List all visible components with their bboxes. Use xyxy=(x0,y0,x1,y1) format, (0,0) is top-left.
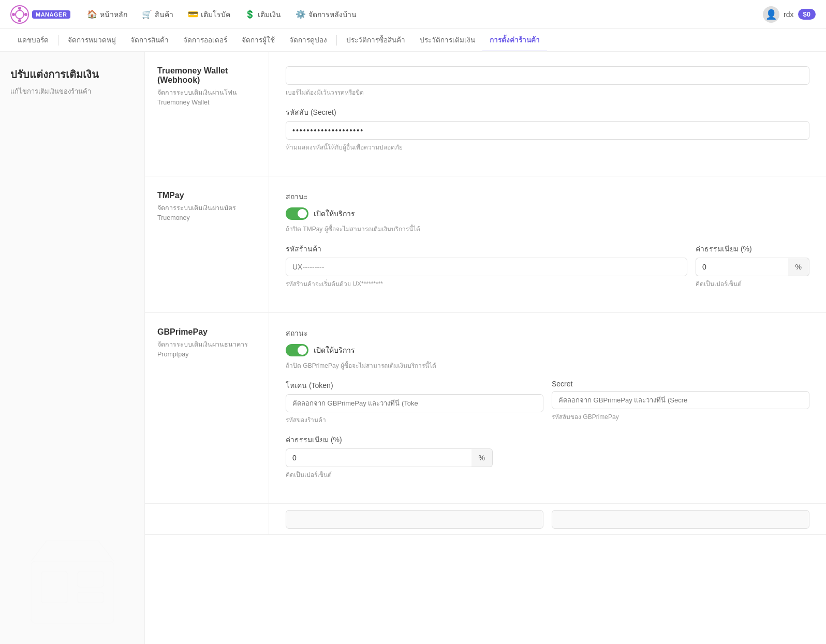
tmpay-toggle-text: เปิดให้บริการ xyxy=(314,208,355,219)
svg-rect-8 xyxy=(78,572,104,587)
sub-nav-store-settings[interactable]: การตั้งค่าร้านค้า xyxy=(482,29,547,52)
tmpay-section: TMPay จัดการระบบเติมเงินผ่านบัตร Truemon… xyxy=(145,176,826,313)
truemoney-section: Truemoney Wallet (Webhook) จัดการระบบเติ… xyxy=(145,52,826,176)
sub-nav-dashboard[interactable]: แดชบอร์ด xyxy=(10,29,56,52)
tmpay-toggle-row: เปิดให้บริการ xyxy=(286,207,809,220)
avatar-icon: 👤 xyxy=(765,9,777,20)
svg-point-1 xyxy=(16,10,24,19)
nav-topup-label: เติมเงิน xyxy=(258,9,281,20)
nav-home[interactable]: 🏠 หน้าหลัก xyxy=(81,6,134,23)
tmpay-toggle-hint: ถ้าปิด TMPay ผู้ซื้อจะไม่สามารถเติมเงินบ… xyxy=(286,224,809,234)
svg-point-4 xyxy=(12,13,15,16)
tmpay-shop-code-hint: รหัสร้านค้าจะเริ่มต้นด้วย UX********* xyxy=(286,279,687,289)
tmpay-fee-input-group: % xyxy=(696,258,809,276)
tmpay-shop-code-input[interactable] xyxy=(286,258,687,276)
gbprimepay-section-right: สถานะ เปิดให้บริการ ถ้าปิด GBPrimePay ผู… xyxy=(269,313,826,503)
gbprimepay-token-input[interactable] xyxy=(286,394,543,412)
svg-point-3 xyxy=(18,19,21,22)
settings-icon: ⚙️ xyxy=(296,9,306,19)
gbprimepay-secret-input[interactable] xyxy=(552,391,809,409)
products-icon: 🛒 xyxy=(142,9,152,19)
gbprimepay-status-label: สถานะ xyxy=(286,327,809,339)
tmpay-fields-row: รหัสร้านค้า รหัสร้านค้าจะเริ่มต้นด้วย UX… xyxy=(286,243,809,289)
top-nav: MANAGER 🏠 หน้าหลัก 🛒 สินค้า 💳 เติมโรบัค … xyxy=(0,0,826,29)
truemoney-section-right: เบอร์ไม่ต้องมีเว้นวรรคหรือขีด รหัสลับ (S… xyxy=(269,52,826,176)
sidebar-title: ปรับแต่งการเติมเงิน xyxy=(10,66,134,83)
truemoney-title: Truemoney Wallet (Webhook) xyxy=(157,66,256,85)
sidebar-subtitle: แก้ไขการเติมเงินของร้านค้า xyxy=(10,86,134,97)
truemoney-secret-label: รหัสลับ (Secret) xyxy=(286,107,809,118)
tmpay-status-group: สถานะ เปิดให้บริการ ถ้าปิด TMPay ผู้ซื้อ… xyxy=(286,191,809,234)
svg-rect-9 xyxy=(78,592,104,603)
user-name: rdx xyxy=(784,10,793,19)
tmpay-section-left: TMPay จัดการระบบเติมเงินผ่านบัตร Truemon… xyxy=(145,176,269,312)
tmpay-status-label: สถานะ xyxy=(286,191,809,202)
sub-nav-manage-products[interactable]: จัดการสินค้า xyxy=(123,29,176,52)
user-area: 👤 rdx $0 xyxy=(763,6,816,23)
truemoney-phone-input[interactable] xyxy=(286,66,809,85)
gbprimepay-title: GBPrimePay xyxy=(157,327,256,337)
nav-topup-code[interactable]: 💳 เติมโรบัค xyxy=(182,6,237,23)
more-input-2 xyxy=(552,510,809,529)
nav-products[interactable]: 🛒 สินค้า xyxy=(136,6,180,23)
gbprimepay-token-hint: รหัสของร้านค้า xyxy=(286,415,543,425)
nav-products-label: สินค้า xyxy=(155,9,173,20)
gbprimepay-token-label: โทเคน (Token) xyxy=(286,380,543,391)
sub-nav-orders[interactable]: จัดการออเดอร์ xyxy=(176,29,234,52)
tmpay-title: TMPay xyxy=(157,191,256,200)
svg-line-11 xyxy=(98,541,114,561)
gbprimepay-fee-hint: คิดเป็นเปอร์เซ็นต์ xyxy=(286,470,809,480)
gbprimepay-desc: จัดการระบบเติมเงินผ่านธนาคาร Promptpay xyxy=(157,340,256,360)
topup-icon: 💲 xyxy=(245,9,255,19)
gbprimepay-fee-input[interactable] xyxy=(286,448,471,467)
tmpay-shop-code-label: รหัสร้านค้า xyxy=(286,243,687,254)
svg-rect-7 xyxy=(41,572,67,603)
nav-topup[interactable]: 💲 เติมเงิน xyxy=(239,6,287,23)
gbprimepay-fee-suffix: % xyxy=(471,448,493,467)
sub-nav-category[interactable]: จัดการหมวดหมู่ xyxy=(61,29,123,52)
gbprimepay-section: GBPrimePay จัดการระบบเติมเงินผ่านธนาคาร … xyxy=(145,313,826,504)
home-icon: 🏠 xyxy=(87,9,97,19)
gbprimepay-fee-input-group: % xyxy=(286,448,493,467)
sub-nav: แดชบอร์ด จัดการหมวดหมู่ จัดการสินค้า จัด… xyxy=(0,29,826,52)
truemoney-section-left: Truemoney Wallet (Webhook) จัดการระบบเติ… xyxy=(145,52,269,176)
sub-nav-divider-2 xyxy=(336,35,337,46)
sub-nav-topup-history[interactable]: ประวัติการเติมเงิน xyxy=(412,29,482,52)
sub-nav-purchase-history[interactable]: ประวัติการซื้อสินค้า xyxy=(339,29,412,52)
more-section-left xyxy=(145,504,269,534)
sub-nav-coupons[interactable]: จัดการคูปอง xyxy=(282,29,334,52)
svg-point-5 xyxy=(24,13,27,16)
tmpay-toggle[interactable] xyxy=(286,207,308,220)
tmpay-fee-col: ค่าธรรมเนียม (%) % คิดเป็นเปอร์เซ็นต์ xyxy=(696,243,809,289)
page-layout: ปรับแต่งการเติมเงิน แก้ไขการเติมเงินของร… xyxy=(0,52,826,644)
sub-nav-users[interactable]: จัดการผู้ใช้ xyxy=(234,29,282,52)
more-section-right xyxy=(269,504,826,534)
topup-code-icon: 💳 xyxy=(188,9,198,19)
tmpay-desc: จัดการระบบเติมเงินผ่านบัตร Truemoney xyxy=(157,203,256,223)
gbprimepay-toggle-hint: ถ้าปิด GBPrimePay ผู้ซื้อจะไม่สามารถเติม… xyxy=(286,361,809,370)
gbprimepay-fee-group: ค่าธรรมเนียม (%) % คิดเป็นเปอร์เซ็นต์ xyxy=(286,434,809,480)
truemoney-phone-group: เบอร์ไม่ต้องมีเว้นวรรคหรือขีด xyxy=(286,66,809,97)
gbprimepay-token-secret-row: โทเคน (Token) รหัสของร้านค้า Secret รหัส… xyxy=(286,380,809,425)
tmpay-fee-suffix: % xyxy=(788,258,809,276)
tmpay-shop-code-col: รหัสร้านค้า รหัสร้านค้าจะเริ่มต้นด้วย UX… xyxy=(286,243,687,289)
nav-home-label: หน้าหลัก xyxy=(100,9,127,20)
nav-settings[interactable]: ⚙️ จัดการหลังบ้าน xyxy=(289,6,363,23)
manager-badge: MANAGER xyxy=(32,10,70,19)
sidebar: ปรับแต่งการเติมเงิน แก้ไขการเติมเงินของร… xyxy=(0,52,145,644)
tmpay-fee-input[interactable] xyxy=(696,258,788,276)
truemoney-desc: จัดการระบบเติมเงินผ่านโฟน Truemoney Wall… xyxy=(157,88,256,108)
gbprimepay-toggle[interactable] xyxy=(286,344,308,356)
gbprimepay-section-left: GBPrimePay จัดการระบบเติมเงินผ่านธนาคาร … xyxy=(145,313,269,503)
svg-point-2 xyxy=(18,7,21,10)
truemoney-secret-hint: ห้ามแสดงรหัสนี้ให้กับผู้อื่นเพื่อความปลอ… xyxy=(286,142,809,152)
tmpay-fee-label: ค่าธรรมเนียม (%) xyxy=(696,243,809,254)
truemoney-secret-input[interactable] xyxy=(286,121,809,140)
tmpay-toggle-knob xyxy=(298,209,307,218)
tmpay-section-right: สถานะ เปิดให้บริการ ถ้าปิด TMPay ผู้ซื้อ… xyxy=(269,176,826,312)
more-input-1 xyxy=(286,510,543,529)
gbprimepay-status-group: สถานะ เปิดให้บริการ ถ้าปิด GBPrimePay ผู… xyxy=(286,327,809,370)
avatar: 👤 xyxy=(763,6,779,23)
gbprimepay-toggle-row: เปิดให้บริการ xyxy=(286,344,809,356)
nav-links: 🏠 หน้าหลัก 🛒 สินค้า 💳 เติมโรบัค 💲 เติมเง… xyxy=(81,6,759,23)
